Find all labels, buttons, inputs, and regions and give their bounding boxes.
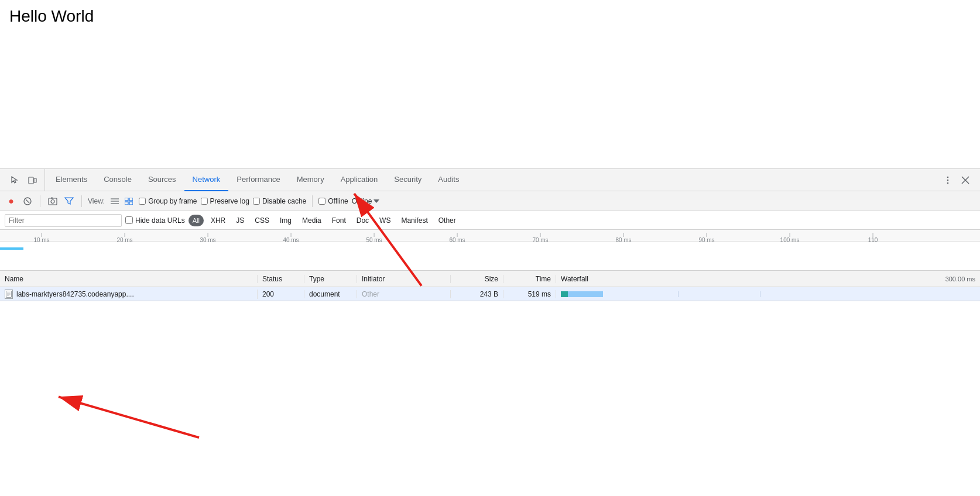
filter-js-btn[interactable]: JS — [232, 215, 248, 226]
capture-screenshot-button[interactable] — [46, 195, 59, 208]
tab-memory[interactable]: Memory — [289, 169, 333, 191]
svg-point-3 — [947, 179, 949, 181]
filter-row: Hide data URLs All XHR JS CSS Img Media … — [0, 211, 980, 230]
group-view-icon[interactable] — [122, 195, 135, 208]
svg-line-8 — [26, 199, 29, 203]
view-label: View: — [88, 197, 105, 205]
tab-audits[interactable]: Audits — [430, 169, 467, 191]
col-header-status[interactable]: Status — [258, 275, 304, 283]
tabs-bar: Elements Console Sources Network Perform… — [0, 169, 980, 191]
filter-manifest-btn[interactable]: Manifest — [398, 215, 431, 226]
svg-rect-18 — [129, 202, 133, 205]
col-header-time[interactable]: Time — [503, 275, 556, 283]
row-type-cell: document — [304, 290, 357, 298]
filter-other-btn[interactable]: Other — [435, 215, 460, 226]
col-header-waterfall[interactable]: Waterfall 300.00 ms — [556, 275, 980, 283]
row-status-cell: 200 — [258, 290, 304, 298]
disable-cache-checkbox[interactable]: Disable cache — [253, 197, 306, 205]
devtools-icons — [2, 169, 45, 191]
row-size-cell: 243 B — [451, 290, 503, 298]
tab-application[interactable]: Application — [333, 169, 386, 191]
row-name-cell: labs-marktyers842735.codeanyapp.... — [0, 290, 258, 299]
close-icon[interactable] — [958, 173, 973, 188]
filter-input[interactable] — [5, 214, 122, 227]
table-row[interactable]: labs-marktyers842735.codeanyapp.... 200 … — [0, 287, 980, 301]
row-waterfall-cell — [556, 287, 980, 301]
toolbar-divider-1 — [40, 195, 40, 207]
timeline-body — [0, 242, 980, 271]
timeline-row: 10 ms 20 ms 30 ms 40 ms 50 ms 60 ms 70 m… — [0, 230, 980, 271]
waterfall-bar-blue — [568, 291, 603, 297]
preserve-log-checkbox[interactable]: Preserve log — [201, 197, 249, 205]
svg-rect-15 — [125, 198, 128, 201]
tabs-end-icons — [936, 173, 978, 188]
row-time-cell: 519 ms — [503, 290, 556, 298]
filter-font-btn[interactable]: Font — [328, 215, 349, 226]
throttle-select[interactable]: Online — [352, 197, 380, 205]
network-table: Name Status Type Initiator Size Time Wat… — [0, 271, 980, 496]
devtools-panel: Elements Console Sources Network Perform… — [0, 168, 980, 496]
svg-rect-16 — [129, 198, 133, 201]
waterfall-bars — [561, 291, 975, 297]
timeline-ruler: 10 ms 20 ms 30 ms 40 ms 50 ms 60 ms 70 m… — [0, 230, 980, 242]
col-header-name[interactable]: Name — [0, 275, 258, 283]
toolbar-divider-2 — [81, 195, 82, 207]
more-options-icon[interactable] — [940, 173, 955, 188]
filter-media-btn[interactable]: Media — [299, 215, 325, 226]
cursor-icon[interactable] — [7, 173, 22, 188]
svg-rect-1 — [34, 178, 36, 182]
filter-xhr-btn[interactable]: XHR — [207, 215, 229, 226]
tab-performance[interactable]: Performance — [228, 169, 288, 191]
waterfall-bar-teal — [561, 291, 568, 297]
col-header-initiator[interactable]: Initiator — [357, 275, 451, 283]
svg-point-10 — [51, 199, 54, 203]
file-icon — [5, 290, 13, 299]
table-header: Name Status Type Initiator Size Time Wat… — [0, 271, 980, 287]
page-content: Hello World — [0, 0, 980, 33]
offline-checkbox[interactable]: Offline — [318, 197, 348, 205]
tab-security[interactable]: Security — [386, 169, 430, 191]
col-header-type[interactable]: Type — [304, 275, 357, 283]
svg-point-4 — [947, 182, 949, 184]
col-header-size[interactable]: Size — [451, 275, 503, 283]
svg-rect-11 — [51, 197, 53, 198]
filter-all-btn[interactable]: All — [189, 215, 204, 226]
network-toolbar: ● View: — [0, 191, 980, 211]
tab-network[interactable]: Network — [184, 169, 229, 191]
filter-doc-btn[interactable]: Doc — [353, 215, 372, 226]
hide-data-urls-checkbox[interactable]: Hide data URLs — [125, 216, 185, 225]
group-by-frame-checkbox[interactable]: Group by frame — [139, 197, 197, 205]
filter-icon[interactable] — [63, 195, 76, 208]
clear-button[interactable] — [21, 195, 34, 208]
tab-sources[interactable]: Sources — [140, 169, 184, 191]
filter-css-btn[interactable]: CSS — [251, 215, 273, 226]
svg-rect-9 — [49, 198, 57, 205]
device-icon[interactable] — [25, 173, 40, 188]
waterfall-vline-1 — [678, 291, 679, 297]
row-initiator-cell: Other — [357, 290, 451, 298]
page-title: Hello World — [0, 0, 980, 33]
svg-rect-17 — [125, 202, 128, 205]
view-icons — [108, 195, 135, 208]
waterfall-vline-2 — [760, 291, 760, 297]
tab-elements[interactable]: Elements — [47, 169, 95, 191]
svg-point-2 — [947, 176, 949, 178]
filter-ws-btn[interactable]: WS — [376, 215, 394, 226]
filter-img-btn[interactable]: Img — [276, 215, 295, 226]
record-button[interactable]: ● — [5, 195, 18, 208]
tab-console[interactable]: Console — [95, 169, 140, 191]
timeline-request-bar — [0, 247, 23, 250]
list-view-icon[interactable] — [108, 195, 121, 208]
toolbar-divider-3 — [312, 195, 313, 207]
svg-rect-0 — [29, 177, 33, 184]
